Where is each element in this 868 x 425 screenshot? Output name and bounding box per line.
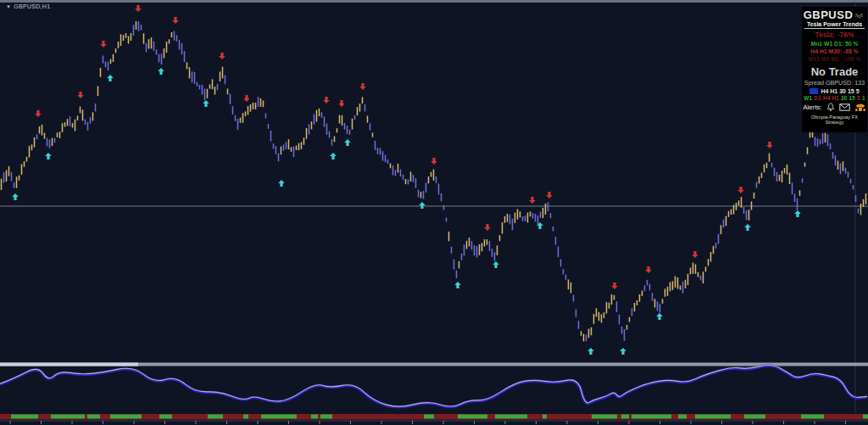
trend-strip-green-segment xyxy=(678,415,687,419)
trend-strip-green-segment xyxy=(243,415,248,419)
spread-row: Spread GBPUSD: 133 xyxy=(802,79,867,87)
buy-arrow-icon xyxy=(794,210,801,217)
buy-arrow-icon xyxy=(744,224,751,231)
sell-arrow-icon xyxy=(219,53,225,59)
trend-strip-green-segment xyxy=(311,415,318,419)
buy-arrow-icon xyxy=(12,193,19,200)
tf-percent-low: M15 M5 M1: -100 % xyxy=(802,55,867,63)
buy-arrow-icon xyxy=(158,68,164,75)
panel-symbol: GBPUSD xyxy=(804,8,854,21)
trend-strip-green-segment xyxy=(542,415,547,419)
sell-arrow-icon xyxy=(243,95,250,102)
tesla-percent: Tesla: -76% xyxy=(802,31,867,39)
buy-arrow-icon xyxy=(419,202,426,209)
chart-marker-icon[interactable]: ▼ xyxy=(6,4,11,9)
mtf-token: D1 xyxy=(814,95,821,101)
panel-symbol-row: GBPUSD xyxy=(802,8,867,21)
panel-header: Tesla Power Trends xyxy=(804,21,865,29)
mt4-chart-window: ▼ GBPUSD,H1 GBPUSD Tesla Power Trends Te… xyxy=(0,0,868,425)
sell-arrow-icon xyxy=(77,92,84,98)
buy-arrow-icon xyxy=(587,348,594,355)
sell-arrow-icon xyxy=(323,97,330,103)
trend-strip-green-segment xyxy=(695,415,731,419)
sell-arrow-icon xyxy=(338,100,345,107)
sell-arrow-icon xyxy=(484,224,491,231)
strategy-credit: Olimpia-Paraguay FX Strategy xyxy=(802,115,867,125)
buy-arrow-icon xyxy=(330,153,337,159)
sell-arrow-icon xyxy=(692,251,698,258)
trend-strip-green-segment xyxy=(87,415,100,419)
price-chart-canvas[interactable] xyxy=(0,0,868,425)
buy-arrow-icon xyxy=(203,100,209,107)
phone-icon[interactable] xyxy=(854,103,866,112)
trend-strip-green-segment xyxy=(744,415,765,419)
trade-status: No Trade xyxy=(802,65,867,78)
mtf-token: H4 xyxy=(823,95,831,101)
trend-strip-green-segment xyxy=(159,415,172,419)
alerts-label: Alerts: xyxy=(803,103,822,111)
trend-strip-green-segment xyxy=(110,415,142,419)
sell-arrow-icon xyxy=(100,41,107,48)
timeframe-list: H4 H1 30 15 5 xyxy=(821,88,859,94)
mtf-signal-row: W1D1H4H1301551 xyxy=(802,95,867,101)
timeframe-row: H4 H1 30 15 5 xyxy=(802,88,867,94)
sell-arrow-icon xyxy=(172,17,179,24)
trend-strip-green-segment xyxy=(801,415,824,419)
trend-strip-green-segment xyxy=(495,415,527,419)
sell-arrow-icon xyxy=(645,266,652,273)
trend-strip-green-segment xyxy=(621,415,629,419)
chart-symbol-period: GBPUSD,H1 xyxy=(14,3,50,9)
window-splitter-highlight xyxy=(0,363,138,366)
buy-arrow-icon xyxy=(656,313,663,320)
active-tf-box xyxy=(810,88,818,94)
buy-arrow-icon xyxy=(620,348,626,355)
mtf-token: 15 xyxy=(849,95,856,101)
trend-strip-green-segment xyxy=(632,415,671,419)
buy-arrow-icon xyxy=(45,153,52,159)
trend-strip-green-segment xyxy=(261,415,297,419)
mtf-token: 1 xyxy=(862,95,865,101)
tf-percent-high: Mn1 W1 D1: 50 % xyxy=(802,40,867,48)
sell-arrow-icon xyxy=(35,110,42,117)
tf-percent-mid: H4 H1 M30: -68 % xyxy=(802,48,867,55)
sell-arrow-icon xyxy=(135,5,142,12)
mtf-token: 5 xyxy=(857,95,860,101)
mtf-token: W1 xyxy=(804,95,812,101)
alerts-row: Alerts: xyxy=(802,103,867,112)
trend-strip-green-segment xyxy=(592,415,617,419)
trend-strip-green-segment xyxy=(320,415,332,419)
trend-strip-green-segment xyxy=(11,415,38,419)
sell-arrow-icon xyxy=(529,197,536,204)
mtf-token: 30 xyxy=(841,95,848,101)
chart-title: ▼ GBPUSD,H1 xyxy=(6,3,50,9)
oscillator-signal-line xyxy=(0,366,867,407)
wave-icon xyxy=(854,12,865,19)
mail-icon[interactable] xyxy=(839,103,850,111)
buy-arrow-icon xyxy=(278,180,285,187)
buy-arrow-icon xyxy=(107,75,114,81)
buy-arrow-icon xyxy=(454,282,461,288)
buy-arrow-icon xyxy=(492,261,499,268)
trend-strip-green-segment xyxy=(51,415,85,419)
sell-arrow-icon xyxy=(766,142,773,148)
trend-strip-green-segment xyxy=(863,415,868,419)
mtf-token: H1 xyxy=(832,95,840,101)
sell-arrow-icon xyxy=(359,83,366,90)
sell-arrow-icon xyxy=(737,187,744,193)
tesla-power-trends-panel: GBPUSD Tesla Power Trends Tesla: -76% Mn… xyxy=(802,7,867,132)
bell-icon[interactable] xyxy=(826,103,835,112)
sell-arrow-icon xyxy=(611,282,618,289)
buy-arrow-icon xyxy=(344,139,351,146)
sell-arrow-icon xyxy=(546,192,553,199)
trend-strip-green-segment xyxy=(458,415,487,419)
sell-arrow-icon xyxy=(431,158,437,165)
trend-strip-green-segment xyxy=(208,415,223,419)
oscillator-main-line xyxy=(0,366,867,407)
trend-strip-green-segment xyxy=(424,415,434,419)
